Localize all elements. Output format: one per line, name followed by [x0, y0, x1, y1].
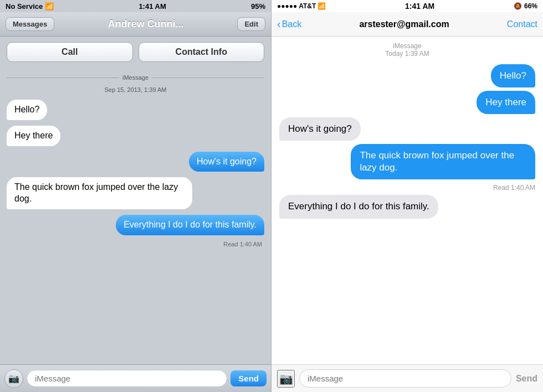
message-row-3: How's it going? — [7, 152, 264, 172]
nav-bar-left: Messages Andrew Cunni... Edit — [0, 12, 271, 37]
bubble-2: Hey there — [7, 126, 60, 146]
message-row-right-5: Everything I do I do for this family. — [279, 195, 535, 218]
message-row-right-3: How's it going? — [279, 117, 535, 141]
message-row-right-4: The quick brown fox jumped over the lazy… — [279, 144, 535, 179]
nav-title-left: Andrew Cunni... — [54, 18, 237, 30]
bubble-3: How's it going? — [189, 152, 264, 172]
date-label-left: Sep 15, 2013, 1:39 AM — [7, 86, 264, 93]
call-button[interactable]: Call — [7, 42, 133, 62]
camera-button-right[interactable]: 📷 — [277, 370, 295, 388]
bubble-right-3: How's it going? — [279, 117, 361, 141]
time-right: 1:41 AM — [405, 2, 434, 11]
message-row-right-1: Hello? — [279, 64, 535, 87]
battery-left: 95% — [251, 2, 265, 11]
carrier-right: AT&T — [299, 2, 316, 10]
camera-icon-left: 📷 — [8, 373, 19, 384]
back-label-right: Back — [282, 19, 302, 29]
phone-right: ●●●●● AT&T 📶 1:41 AM 🔕 66% ‹ Back arstes… — [272, 0, 543, 392]
input-bar-left: 📷 Send — [0, 364, 271, 392]
message-row-4: The quick brown fox jumped over the lazy… — [7, 177, 264, 209]
imessage-label-right: iMessage — [279, 42, 535, 50]
bubble-5: Everything I do I do for this family. — [116, 215, 264, 235]
contact-button-right[interactable]: Contact — [507, 19, 537, 29]
action-buttons: Call Contact Info — [0, 37, 271, 68]
status-bar-right: ●●●●● AT&T 📶 1:41 AM 🔕 66% — [272, 0, 543, 12]
signal-dots: ●●●●● — [277, 2, 297, 10]
message-row-1: Hello? — [7, 100, 264, 120]
bubble-4: The quick brown fox jumped over the lazy… — [7, 177, 192, 209]
status-right-left: ●●●●● AT&T 📶 — [277, 2, 326, 10]
bubble-right-2: Hey there — [477, 91, 535, 114]
wifi-icon-left: 📶 — [45, 2, 54, 11]
edit-button[interactable]: Edit — [237, 17, 265, 31]
imessage-label-left: iMessage — [122, 74, 148, 81]
phone-left: No Service 📶 1:41 AM 95% Messages Andrew… — [0, 0, 272, 392]
ring-icon: 🔕 — [514, 2, 522, 10]
send-button-left[interactable]: Send — [230, 370, 267, 386]
back-button-right[interactable]: ‹ Back — [277, 18, 301, 30]
time-left: 1:41 AM — [139, 2, 166, 11]
camera-button-left[interactable]: 📷 — [4, 369, 23, 388]
imessage-divider: iMessage — [7, 74, 264, 81]
camera-icon-right: 📷 — [279, 372, 293, 385]
message-input-left[interactable] — [27, 370, 227, 387]
nav-email: arstester@gmail.com — [304, 19, 505, 29]
message-row-5: Everything I do I do for this family. — [7, 215, 264, 235]
bubble-right-5: Everything I do I do for this family. — [279, 195, 438, 218]
message-row-2: Hey there — [7, 126, 264, 146]
divider-line-right — [152, 78, 264, 78]
messages-area-right: iMessage Today 1:39 AM Hello? Hey there … — [272, 37, 543, 364]
messages-back-button[interactable]: Messages — [6, 17, 54, 31]
nav-bar-right: ‹ Back arstester@gmail.com Contact — [272, 12, 543, 37]
date-label-right: Today 1:39 AM — [279, 50, 535, 58]
status-right-right: 🔕 66% — [514, 2, 537, 10]
status-left-group: No Service 📶 — [6, 2, 54, 11]
bubble-1: Hello? — [7, 100, 47, 120]
message-row-right-2: Hey there — [279, 91, 535, 114]
read-receipt-right: Read 1:40 AM — [279, 184, 535, 192]
back-chevron-icon: ‹ — [277, 18, 281, 30]
message-input-right[interactable] — [299, 369, 511, 388]
status-bar-left: No Service 📶 1:41 AM 95% — [0, 0, 271, 12]
imessage-section-right: iMessage Today 1:39 AM — [279, 42, 535, 58]
battery-right: 66% — [524, 2, 537, 10]
read-receipt-left: Read 1:40 AM — [7, 241, 262, 247]
messages-area-left: iMessage Sep 15, 2013, 1:39 AM Hello? He… — [0, 68, 271, 364]
send-button-right[interactable]: Send — [516, 374, 537, 384]
carrier-left: No Service — [6, 2, 43, 11]
bubble-right-4: The quick brown fox jumped over the lazy… — [351, 144, 535, 179]
wifi-icon-right: 📶 — [317, 2, 326, 10]
contact-info-button[interactable]: Contact Info — [139, 42, 265, 62]
input-bar-right: 📷 Send — [272, 364, 543, 392]
divider-line-left — [7, 78, 119, 78]
bubble-right-1: Hello? — [491, 64, 535, 87]
